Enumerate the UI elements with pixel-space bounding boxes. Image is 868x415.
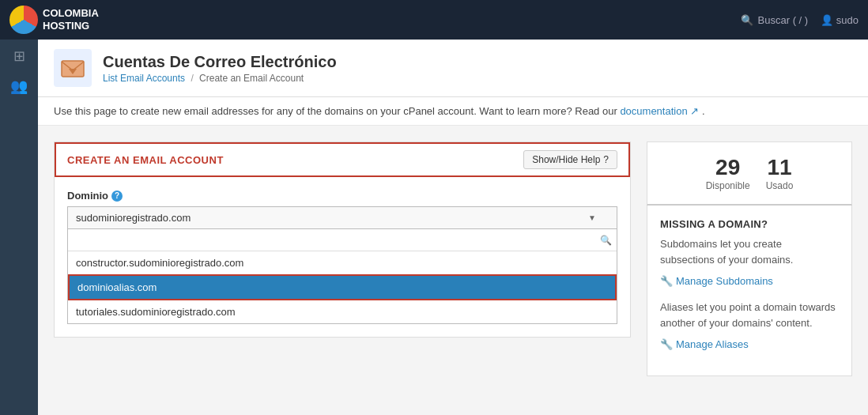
dropdown-list: constructor.sudominioregistrado.com domi… — [68, 251, 617, 323]
top-navbar: COLOMBIA HOSTING 🔍 Buscar ( / ) 👤 sudo — [0, 0, 868, 40]
usado-label: Usado — [766, 180, 794, 191]
page-header-text: Cuentas De Correo Electrónico List Email… — [103, 53, 337, 84]
manage-aliases-link[interactable]: 🔧 Manage Aliases — [660, 338, 839, 350]
nav-right: 🔍 Buscar ( / ) 👤 sudo — [741, 14, 859, 26]
external-link-icon: ↗ — [690, 105, 699, 117]
wrench-subdomains-icon: 🔧 — [660, 275, 673, 287]
page-title: Cuentas De Correo Electrónico — [103, 53, 337, 71]
section-title: CREATE AN EMAIL ACCOUNT — [67, 154, 224, 166]
nav-left: COLOMBIA HOSTING — [9, 6, 99, 34]
manage-subdomains-link[interactable]: 🔧 Manage Subdomains — [660, 275, 839, 287]
dropdown-item-1[interactable]: dominioalias.com — [68, 274, 617, 300]
disponible-label: Disponible — [706, 180, 750, 191]
wrench-aliases-icon: 🔧 — [660, 338, 673, 350]
missing-title: MISSING A DOMAIN? — [660, 218, 839, 230]
breadcrumb-separator: / — [191, 73, 193, 84]
dropdown-search-bar: 🔍 — [68, 229, 617, 251]
question-icon: ? — [603, 154, 609, 165]
dropdown-item-2[interactable]: tutoriales.sudominioregistrado.com — [68, 300, 617, 323]
dropdown-arrow-icon: ▼ — [588, 213, 596, 222]
logo-text: COLOMBIA HOSTING — [43, 7, 99, 32]
show-hide-button[interactable]: Show/Hide Help ? — [523, 150, 617, 169]
logo-icon — [9, 6, 38, 34]
left-panel: CREATE AN EMAIL ACCOUNT Show/Hide Help ?… — [54, 141, 631, 376]
sidebar-grid-icon[interactable]: ⊞ — [13, 47, 25, 65]
dropdown-search-icon: 🔍 — [600, 235, 612, 246]
content-area: CREATE AN EMAIL ACCOUNT Show/Hide Help ?… — [38, 126, 868, 392]
description-bar: Use this page to create new email addres… — [38, 97, 868, 126]
sidebar-users-icon[interactable]: 👥 — [10, 77, 28, 95]
dominio-help-icon[interactable]: ? — [111, 191, 123, 202]
breadcrumb-list-link[interactable]: List Email Accounts — [103, 73, 185, 84]
dropdown-item-0[interactable]: constructor.sudominioregistrado.com — [68, 251, 617, 274]
missing-domain-box: MISSING A DOMAIN? Subdomains let you cre… — [647, 206, 852, 376]
aliases-description: Aliases let you point a domain towards a… — [660, 300, 839, 330]
usado-number: 11 — [766, 155, 794, 180]
logo: COLOMBIA HOSTING — [9, 6, 99, 34]
user-icon: 👤 — [821, 14, 833, 26]
create-email-section: CREATE AN EMAIL ACCOUNT Show/Hide Help ?… — [54, 141, 631, 338]
dominio-label: Dominio ? — [67, 190, 617, 202]
section-header: CREATE AN EMAIL ACCOUNT Show/Hide Help ? — [55, 142, 630, 177]
right-panel: 29 Disponible 11 Usado MISSING A DOMAIN?… — [647, 141, 852, 376]
page-icon-wrap — [54, 49, 92, 87]
page-header: Cuentas De Correo Electrónico List Email… — [38, 40, 868, 97]
dominio-dropdown[interactable]: sudominioregistrado.com ▼ 🔍 constructor.… — [67, 206, 617, 324]
user-label: 👤 sudo — [821, 14, 859, 26]
stats-box: 29 Disponible 11 Usado — [647, 141, 852, 206]
description-text-after: . — [702, 105, 705, 117]
dropdown-search-input[interactable] — [73, 232, 600, 247]
description-text-before: Use this page to create new email addres… — [54, 105, 617, 117]
sidebar: ⊞ 👥 — [0, 40, 38, 415]
search-icon: 🔍 — [741, 14, 753, 26]
search-area[interactable]: 🔍 Buscar ( / ) — [741, 14, 809, 26]
dropdown-selected-value[interactable]: sudominioregistrado.com ▼ — [68, 207, 617, 229]
search-label: Buscar ( / ) — [758, 14, 809, 26]
layout: ⊞ 👥 Cuentas De Correo Electrónico List E… — [0, 40, 868, 415]
form-body: Dominio ? sudominioregistrado.com ▼ — [55, 177, 630, 337]
stat-usado: 11 Usado — [766, 155, 794, 191]
documentation-link[interactable]: documentation ↗ — [620, 105, 702, 117]
subdomains-description: Subdomains let you create subsections of… — [660, 236, 839, 267]
breadcrumb: List Email Accounts / Create an Email Ac… — [103, 73, 337, 84]
breadcrumb-current: Create an Email Account — [199, 73, 304, 84]
main-content: Cuentas De Correo Electrónico List Email… — [38, 40, 868, 415]
email-icon — [60, 55, 85, 81]
disponible-number: 29 — [706, 155, 750, 180]
stat-disponible: 29 Disponible — [706, 155, 750, 191]
